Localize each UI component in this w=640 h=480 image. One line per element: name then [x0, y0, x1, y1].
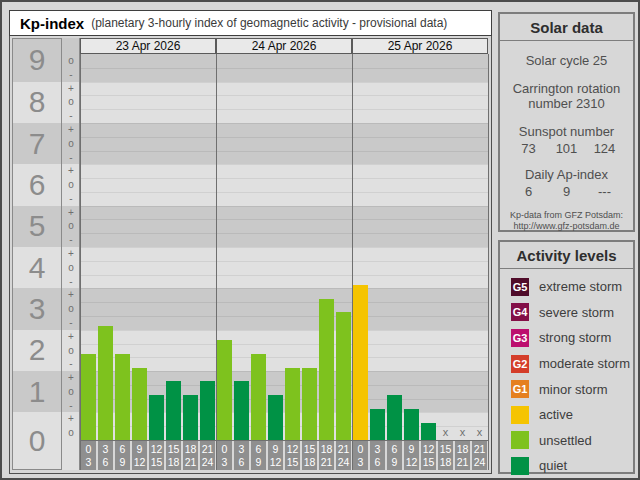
page-title: Kp-index: [20, 15, 84, 32]
solar-data-header: Solar data: [500, 14, 633, 41]
ap-index-title: Daily Ap-index: [525, 167, 608, 182]
page-subtitle: (planetary 3-hourly index of geomagnetic…: [91, 16, 447, 30]
quiet-color-swatch: [511, 457, 529, 475]
carrington-text-line2: number 2310: [528, 96, 605, 111]
credit-text: Kp-data from GFZ Potsdam:: [510, 210, 623, 221]
legend-item-label: quiet: [539, 458, 567, 473]
legend-item-label: strong storm: [539, 330, 611, 345]
solar-data-panel: Solar data Solar cycle 25 Carrington rot…: [498, 12, 635, 232]
legend-item-moderate-storm: G2moderate storm: [511, 351, 633, 377]
ap-index-values: 69---: [500, 184, 633, 199]
ap-index-value: ---: [586, 184, 624, 199]
legend-item-label: extreme storm: [539, 279, 622, 294]
sunspot-value: 73: [510, 141, 548, 156]
credit-url[interactable]: http://www.gfz-potsdam.de: [510, 221, 623, 232]
legend-item-severe-storm: G4severe storm: [511, 300, 633, 326]
solar-cycle-text: Solar cycle 25: [526, 53, 608, 68]
sunspot-value: 101: [548, 141, 586, 156]
unsettled-color-swatch: [511, 431, 529, 449]
legend-item-minor-storm: G1minor storm: [511, 376, 633, 402]
kp-index-app-window: Kp-index (planetary 3-hourly index of ge…: [0, 0, 640, 480]
legend-item-label: moderate storm: [539, 356, 630, 371]
sunspot-value: 124: [586, 141, 624, 156]
G2-color-swatch: G2: [511, 355, 529, 373]
active-color-swatch: [511, 406, 529, 424]
legend-item-label: active: [539, 407, 573, 422]
ap-index-value: 9: [548, 184, 586, 199]
activity-levels-header: Activity levels: [500, 242, 633, 269]
chart-title-bar: Kp-index (planetary 3-hourly index of ge…: [9, 10, 492, 36]
G4-color-swatch: G4: [511, 303, 529, 321]
legend-item-unsettled: unsettled: [511, 428, 633, 454]
legend-item-quiet: quiet: [511, 453, 633, 479]
carrington-text-line1: Carrington rotation: [513, 81, 621, 96]
legend-item-label: unsettled: [539, 433, 592, 448]
ap-index-value: 6: [510, 184, 548, 199]
legend-item-extreme-storm: G5extreme storm: [511, 274, 633, 300]
legend-item-label: severe storm: [539, 305, 614, 320]
G5-color-swatch: G5: [511, 278, 529, 296]
G1-color-swatch: G1: [511, 380, 529, 398]
activity-levels-legend: G5extreme stormG4severe stormG3strong st…: [500, 269, 633, 479]
legend-item-active: active: [511, 402, 633, 428]
activity-levels-panel: Activity levels G5extreme stormG4severe …: [498, 240, 635, 474]
G3-color-swatch: G3: [511, 329, 529, 347]
kp-chart-panel: [9, 10, 492, 474]
legend-item-label: minor storm: [539, 382, 608, 397]
sunspot-title: Sunspot number: [519, 124, 614, 139]
legend-item-strong-storm: G3strong storm: [511, 325, 633, 351]
sunspot-values: 73101124: [500, 141, 633, 156]
